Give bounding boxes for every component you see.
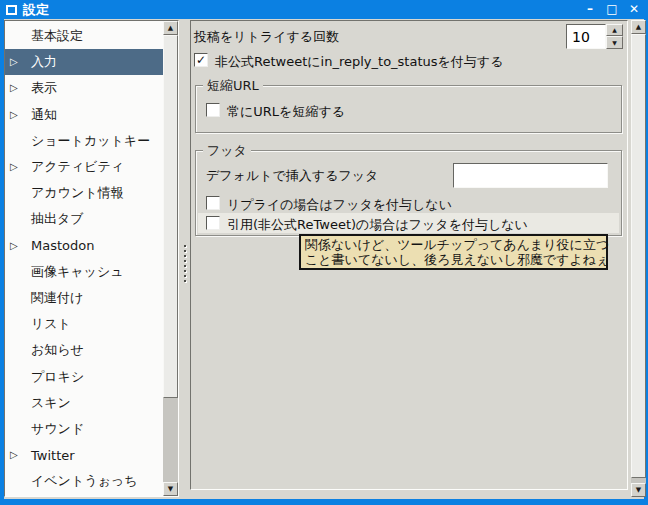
sidebar-item-label: 抽出タブ: [31, 210, 84, 228]
dialog-content: 基本設定 ▷ 入力 ▷ 表示 ▷ 通知 ショートカットキー: [4, 19, 644, 499]
retry-count-spinner: ▲ ▼: [606, 24, 623, 49]
window-title: 設定: [23, 3, 49, 16]
expander-icon[interactable]: ▷: [10, 110, 18, 120]
scroll-up-icon[interactable]: ▲: [163, 21, 178, 35]
sidebar-item-label: Twitter: [31, 448, 75, 463]
short-url-group-title: 短縮URL: [203, 77, 263, 95]
main-scrollbar-thumb[interactable]: [631, 34, 646, 478]
titlebar-buttons: – □ ✕: [583, 1, 641, 18]
scroll-down-icon[interactable]: ▼: [631, 483, 646, 497]
sidebar-item-twitter[interactable]: ▷ Twitter: [5, 442, 163, 468]
minimize-button[interactable]: –: [583, 1, 597, 18]
sidebar-item-label: 画像キャッシュ: [31, 263, 124, 281]
sidebar-scrollbar-thumb[interactable]: [163, 35, 178, 398]
footer-group-title: フッタ: [203, 142, 251, 160]
sidebar-item-activity[interactable]: ▷ アクティビティ: [5, 154, 163, 180]
splitter-dot: [184, 260, 186, 262]
sidebar-item-proxy[interactable]: プロキシ: [5, 363, 163, 389]
retry-count-input[interactable]: [566, 24, 606, 49]
maximize-button[interactable]: □: [605, 1, 619, 18]
sidebar-item-event-watch[interactable]: イベントうぉっち: [5, 468, 163, 494]
settings-window: 設定 – □ ✕ 基本設定 ▷ 入力 ▷ 表示: [0, 0, 648, 505]
scroll-down-icon[interactable]: ▼: [163, 482, 178, 496]
sidebar-item-label: 入力: [31, 53, 57, 71]
unofficial-retweet-checkbox[interactable]: ✓: [194, 53, 208, 67]
sidebar-item-sound[interactable]: サウンド: [5, 416, 163, 442]
sidebar-item-label: アクティビティ: [31, 158, 124, 176]
splitter-dot: [184, 255, 186, 257]
short-url-group: 短縮URL 常にURLを短縮する: [195, 85, 622, 133]
check-icon: ✓: [196, 54, 206, 66]
expander-icon[interactable]: ▷: [10, 83, 18, 93]
no-footer-reply-label[interactable]: リプライの場合はフッタを付与しない: [227, 196, 452, 214]
splitter-dot: [184, 275, 186, 277]
sidebar-item-label: Mastodon: [31, 238, 94, 253]
sidebar-item-input[interactable]: ▷ 入力: [5, 49, 163, 75]
tooltip-line: こと書いてないし、後ろ見えないし邪魔ですよねぇ: [305, 252, 602, 267]
sidebar-item-image-cache[interactable]: 画像キャッシュ: [5, 259, 163, 285]
expander-icon[interactable]: ▷: [10, 57, 18, 67]
splitter-dot: [184, 280, 186, 282]
sidebar-scrollbar[interactable]: ▲ ▼: [163, 21, 178, 496]
sidebar-item-notices[interactable]: お知らせ: [5, 337, 163, 363]
default-footer-input[interactable]: [453, 163, 608, 188]
close-button[interactable]: ✕: [627, 1, 641, 18]
splitter-dot: [184, 265, 186, 267]
sidebar-item-notification[interactable]: ▷ 通知: [5, 102, 163, 128]
sidebar-item-label: 通知: [31, 106, 57, 124]
titlebar: 設定 – □ ✕: [0, 0, 648, 19]
sidebar-item-label: イベントうぉっち: [31, 472, 137, 490]
sidebar-item-label: プロキシ: [31, 368, 84, 386]
sidebar-item-display[interactable]: ▷ 表示: [5, 75, 163, 101]
sidebar-item-account-info[interactable]: アカウント情報: [5, 180, 163, 206]
no-footer-reply-checkbox[interactable]: [206, 196, 220, 210]
no-footer-quote-checkbox[interactable]: [206, 216, 220, 230]
tooltip-line: 関係ないけど、ツールチップってあんまり役に立つ: [305, 237, 602, 252]
sidebar-item-shortcut-keys[interactable]: ショートカットキー: [5, 128, 163, 154]
no-footer-quote-label[interactable]: 引用(非公式ReTweet)の場合はフッタを付与しない: [227, 216, 528, 234]
splitter-dot: [184, 250, 186, 252]
sidebar-item-skin[interactable]: スキン: [5, 390, 163, 416]
default-footer-label: デフォルトで挿入するフッタ: [206, 167, 378, 185]
sidebar-item-lists[interactable]: リスト: [5, 311, 163, 337]
splitter-dot: [184, 270, 186, 272]
sidebar-item-extraction-tab[interactable]: 抽出タブ: [5, 206, 163, 232]
always-shorten-url-label[interactable]: 常にURLを短縮する: [227, 103, 345, 121]
expander-icon[interactable]: ▷: [10, 162, 18, 172]
tooltip: 関係ないけど、ツールチップってあんまり役に立つ こと書いてないし、後ろ見えないし…: [299, 234, 608, 270]
sidebar-item-label: アカウント情報: [31, 184, 124, 202]
category-tree: 基本設定 ▷ 入力 ▷ 表示 ▷ 通知 ショートカットキー: [5, 21, 163, 496]
sidebar-item-file-association[interactable]: 関連付け: [5, 285, 163, 311]
splitter-handle[interactable]: [182, 245, 188, 283]
sidebar: 基本設定 ▷ 入力 ▷ 表示 ▷ 通知 ショートカットキー: [4, 20, 179, 497]
sidebar-item-label: スキン: [31, 394, 71, 412]
always-shorten-url-checkbox[interactable]: [206, 103, 220, 117]
sidebar-item-label: 関連付け: [31, 289, 83, 307]
retry-count-label: 投稿をリトライする回数: [194, 28, 339, 46]
sidebar-item-basic-settings[interactable]: 基本設定: [5, 23, 163, 49]
sidebar-item-label: リスト: [31, 315, 71, 333]
spin-up-icon[interactable]: ▲: [606, 24, 623, 36]
splitter-dot: [184, 245, 186, 247]
sidebar-item-label: ショートカットキー: [31, 132, 150, 150]
sidebar-item-label: お知らせ: [31, 341, 84, 359]
expander-icon[interactable]: ▷: [10, 241, 18, 251]
sidebar-item-mastodon[interactable]: ▷ Mastodon: [5, 233, 163, 259]
footer-group: フッタ デフォルトで挿入するフッタ リプライの場合はフッタを付与しない 引用(非…: [195, 150, 622, 236]
spin-down-icon[interactable]: ▼: [606, 36, 623, 49]
unofficial-retweet-label[interactable]: 非公式Retweetにin_reply_to_statusを付与する: [215, 53, 503, 71]
sidebar-item-label: 基本設定: [31, 27, 83, 45]
window-icon: [6, 5, 17, 15]
scroll-up-icon[interactable]: ▲: [631, 20, 646, 34]
main-scrollbar[interactable]: ▲ ▼: [631, 20, 646, 497]
expander-icon[interactable]: ▷: [10, 450, 18, 460]
sidebar-item-label: 表示: [31, 79, 57, 97]
sidebar-item-label: サウンド: [31, 420, 84, 438]
